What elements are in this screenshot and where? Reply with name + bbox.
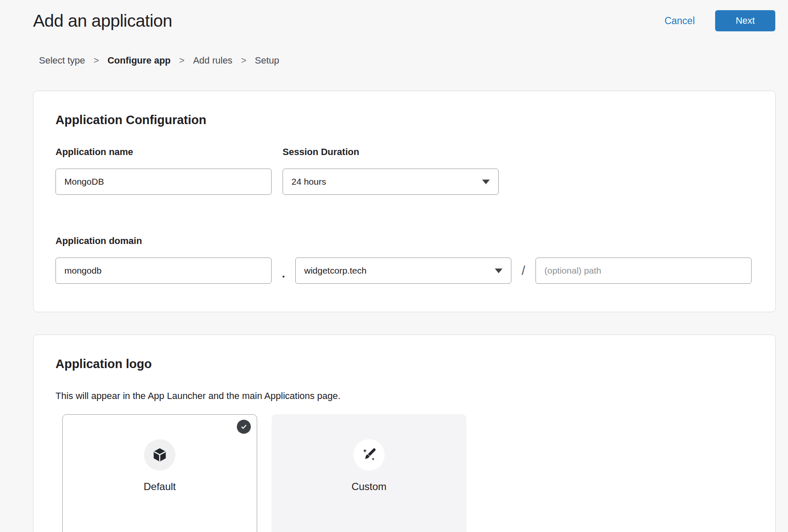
logo-option-default[interactable]: Default bbox=[62, 414, 257, 532]
breadcrumb-separator: > bbox=[241, 55, 247, 66]
application-domain-row: . widgetcorp.tech / bbox=[55, 258, 753, 284]
cube-icon bbox=[144, 439, 175, 471]
session-duration-select[interactable]: 24 hours bbox=[283, 169, 499, 195]
breadcrumb-step-select-type[interactable]: Select type bbox=[39, 55, 85, 66]
logo-card-description: This will appear in the App Launcher and… bbox=[55, 391, 753, 402]
breadcrumb-step-add-rules[interactable]: Add rules bbox=[193, 55, 233, 66]
config-card-title: Application Configuration bbox=[55, 113, 753, 127]
application-name-label: Application name bbox=[55, 147, 272, 158]
subdomain-input[interactable] bbox=[55, 258, 272, 284]
application-logo-card: Application logo This will appear in the… bbox=[33, 335, 776, 532]
session-duration-value: 24 hours bbox=[291, 177, 326, 187]
logo-option-custom[interactable]: Custom bbox=[272, 414, 466, 532]
session-duration-label: Session Duration bbox=[283, 147, 499, 158]
application-configuration-card: Application Configuration Application na… bbox=[33, 91, 776, 312]
breadcrumb-step-configure-app[interactable]: Configure app bbox=[108, 55, 171, 66]
application-domain-label: Application domain bbox=[55, 236, 753, 247]
logo-options: Default Custom bbox=[62, 414, 753, 532]
check-badge-icon bbox=[237, 420, 251, 434]
next-button[interactable]: Next bbox=[715, 10, 775, 31]
domain-slash-separator: / bbox=[511, 263, 536, 278]
logo-card-title: Application logo bbox=[55, 357, 753, 371]
domain-select[interactable]: widgetcorp.tech bbox=[295, 258, 511, 284]
domain-select-value: widgetcorp.tech bbox=[304, 266, 366, 276]
breadcrumb-step-setup[interactable]: Setup bbox=[255, 55, 279, 66]
logo-option-label: Default bbox=[144, 481, 176, 493]
domain-dot-separator: . bbox=[272, 261, 295, 280]
application-domain-field: Application domain . widgetcorp.tech / bbox=[55, 236, 753, 284]
chevron-down-icon bbox=[495, 269, 502, 273]
application-name-input[interactable] bbox=[55, 169, 272, 195]
name-session-row: Application name Session Duration 24 hou… bbox=[55, 147, 753, 195]
path-input[interactable] bbox=[536, 258, 752, 284]
add-application-page: Add an application Cancel Next Select ty… bbox=[0, 0, 788, 532]
breadcrumb-separator: > bbox=[179, 55, 185, 66]
cancel-button[interactable]: Cancel bbox=[664, 15, 695, 27]
chevron-down-icon bbox=[482, 180, 490, 184]
page-title: Add an application bbox=[33, 11, 172, 31]
session-duration-field: Session Duration 24 hours bbox=[283, 147, 499, 195]
page-header: Add an application Cancel Next bbox=[0, 0, 788, 31]
logo-option-label: Custom bbox=[352, 481, 387, 493]
application-name-field: Application name bbox=[55, 147, 272, 195]
breadcrumb-separator: > bbox=[94, 55, 99, 66]
header-actions: Cancel Next bbox=[664, 10, 775, 31]
breadcrumb: Select type > Configure app > Add rules … bbox=[39, 55, 788, 66]
paintbrush-icon bbox=[353, 439, 385, 471]
